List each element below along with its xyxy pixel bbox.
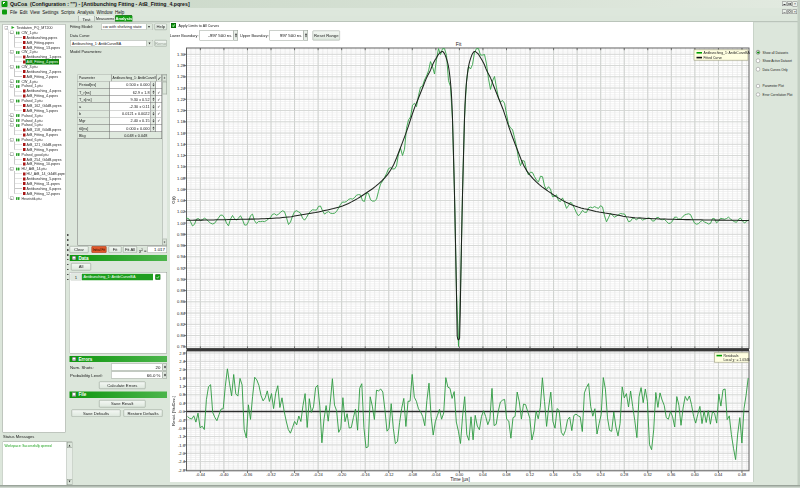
svg-text:Time [µs]: Time [µs]: [450, 477, 470, 482]
svg-text:Antibunching_1: AntibCurveBA: Antibunching_1: AntibCurveBA: [704, 51, 751, 55]
svg-text:G(t): G(t): [171, 196, 176, 204]
svg-text:-0.04: -0.04: [431, 472, 441, 477]
svg-text:Fit: Fit: [456, 41, 462, 47]
svg-text:Resid. [StdDev.]: Resid. [StdDev.]: [171, 396, 176, 426]
svg-text:Fitted Curve: Fitted Curve: [704, 56, 723, 60]
svg-text:Local χ² = 1.0346: Local χ² = 1.0346: [724, 358, 750, 362]
